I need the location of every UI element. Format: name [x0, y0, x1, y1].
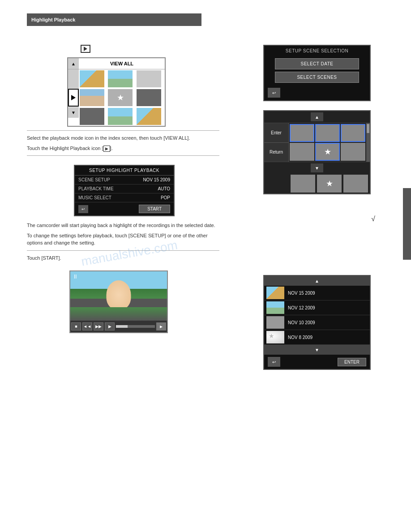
scene-nav-buttons: Enter Return: [264, 123, 289, 162]
body-text-5: Touch [START].: [27, 254, 219, 262]
thumb-up-btn[interactable]: ▲: [68, 58, 79, 69]
video-screen: II: [70, 271, 167, 321]
body-text-4: To change the settings before playback, …: [27, 232, 219, 247]
body-text-1: Select the playback mode icon in the ind…: [27, 134, 219, 142]
thumb-left-btn[interactable]: [68, 69, 79, 88]
thumb-3[interactable]: [137, 70, 161, 87]
thumb-7[interactable]: [80, 108, 104, 125]
scroll-indicator: [366, 123, 370, 162]
fastfwd-btn[interactable]: ▶▶: [94, 322, 103, 330]
thumb-6[interactable]: [137, 89, 161, 106]
thumb-row-3: ▼: [68, 107, 165, 126]
thumb-1[interactable]: [80, 70, 104, 87]
date-row-1[interactable]: NOV 15 2009: [264, 286, 370, 300]
date-thumb-1: [266, 287, 284, 299]
scene-thumb-7[interactable]: [291, 175, 315, 193]
scene-mid-row: Enter Return: [264, 123, 370, 162]
date-scroll-down[interactable]: ▼: [264, 345, 370, 355]
date-panel-content: NOV 15 2009 NOV 12 2009 NOV 10 2009 ★ NO…: [264, 286, 370, 345]
play-icon-area: [27, 45, 219, 53]
scene-back-area: ↩: [264, 85, 370, 100]
scene-thumb-1[interactable]: [290, 124, 314, 142]
play-selected-icon: [68, 89, 79, 107]
scene-thumb-9[interactable]: [343, 175, 368, 193]
play-triangle-icon: [84, 47, 87, 51]
scene-up-btn[interactable]: ▲: [311, 112, 323, 121]
music-select-value: POP: [161, 195, 170, 200]
scene-thumb-2[interactable]: [315, 124, 340, 142]
progress-fill: [116, 325, 128, 328]
thumb-5[interactable]: [108, 89, 133, 106]
thumb-grid-top: [79, 69, 165, 88]
date-text-2: NOV 12 2009: [288, 305, 368, 310]
date-row-2[interactable]: NOV 12 2009: [264, 300, 370, 315]
start-btn[interactable]: START: [139, 205, 170, 213]
video-controls: ■ ◄◄ ▶▶ ▶ ▶: [70, 321, 167, 332]
thumb-4[interactable]: [80, 89, 104, 106]
scene-thumb-5[interactable]: [315, 143, 340, 161]
thumb-9[interactable]: [137, 108, 161, 125]
scene-enter-btn[interactable]: Enter: [264, 123, 288, 143]
scene-thumb-3[interactable]: [341, 124, 365, 142]
select-scenes-btn[interactable]: SELECT SCENES: [275, 72, 360, 83]
stop-btn[interactable]: ■: [71, 322, 81, 330]
scene-thumb-panel: ▲ Enter Return ▼: [263, 110, 371, 194]
body-text-3: The camcorder will start playing back a …: [27, 222, 219, 229]
header-title: Highlight Playback: [31, 17, 75, 22]
select-date-btn[interactable]: SELECT DATE: [275, 58, 360, 69]
scene-thumb-4[interactable]: [290, 143, 314, 161]
music-select-label: MUSIC SELECT: [78, 195, 111, 200]
scene-thumb-6[interactable]: [341, 143, 365, 161]
setup-back-btn[interactable]: ↩: [78, 205, 88, 213]
date-panel: ▲ NOV 15 2009 NOV 12 2009 NOV 10 2009 ★ …: [263, 275, 371, 370]
thumb-row-1: [68, 69, 165, 88]
play-btn[interactable]: ▶: [105, 322, 115, 330]
date-enter-btn[interactable]: ENTER: [338, 358, 366, 366]
date-back-btn[interactable]: ↩: [268, 357, 280, 367]
scene-setup-back-btn[interactable]: ↩: [268, 88, 280, 98]
scene-setup-label: SCENE SETUP: [78, 177, 110, 182]
scene-return-btn[interactable]: Return: [264, 143, 288, 162]
divider-2: [27, 155, 219, 156]
thumb-2[interactable]: [108, 70, 133, 87]
setup-highlight-panel: SETUP HIGHLIGHT PLAYBACK SCENE SETUP NOV…: [74, 165, 175, 216]
divider-1: [27, 130, 219, 131]
body-text-2: Touch the Highlight Playback icon [▶].: [27, 145, 219, 152]
thumb-grid-bot: [79, 107, 165, 126]
thumb-row-2: [68, 88, 165, 107]
setup-row-music: MUSIC SELECT POP: [75, 193, 174, 202]
divider-3: [27, 250, 219, 251]
scroll-handle: [367, 124, 369, 133]
date-text-4: NOV 8 2009: [288, 335, 368, 340]
setup-row-scene: SCENE SETUP NOV 15 2009: [75, 176, 174, 184]
date-text-1: NOV 15 2009: [288, 291, 368, 296]
playback-time-value: AUTO: [158, 186, 170, 191]
playback-time-label: PLAYBACK TIME: [78, 186, 114, 191]
scene-down-btn[interactable]: ▼: [311, 163, 323, 172]
scene-thumb-grid-bot: [290, 174, 370, 193]
setup-panel-title: SETUP HIGHLIGHT PLAYBACK: [75, 166, 174, 176]
progress-bar: [116, 325, 155, 328]
date-scroll-up[interactable]: ▲: [264, 276, 370, 286]
setup-panel-footer: ↩ START: [75, 202, 174, 215]
scene-setup-title: SETUP SCENE SELECTION: [264, 46, 370, 56]
scene-setup-value: NOV 15 2009: [143, 177, 170, 182]
date-footer: ↩ ENTER: [264, 355, 370, 369]
date-text-3: NOV 10 2009: [288, 320, 368, 325]
right-edge-tab: [403, 188, 411, 260]
view-all-label: VIEW ALL: [79, 60, 165, 68]
date-row-3[interactable]: NOV 10 2009: [264, 315, 370, 330]
scene-thumb-8[interactable]: [317, 175, 342, 193]
header-bar: Highlight Playback: [27, 13, 201, 26]
date-thumb-2: [266, 301, 284, 314]
date-row-4[interactable]: ★ NOV 8 2009: [264, 330, 370, 345]
rewind-btn[interactable]: ◄◄: [82, 322, 92, 330]
date-thumb-3: [266, 316, 284, 329]
thumb-down-btn[interactable]: ▼: [68, 107, 79, 118]
thumb-grid-mid: [79, 88, 165, 107]
thumb-8[interactable]: [108, 108, 133, 125]
video-face: [107, 280, 131, 309]
next-btn[interactable]: ▶: [156, 322, 166, 330]
setup-row-playback: PLAYBACK TIME AUTO: [75, 184, 174, 193]
checkmark: √: [371, 215, 375, 223]
